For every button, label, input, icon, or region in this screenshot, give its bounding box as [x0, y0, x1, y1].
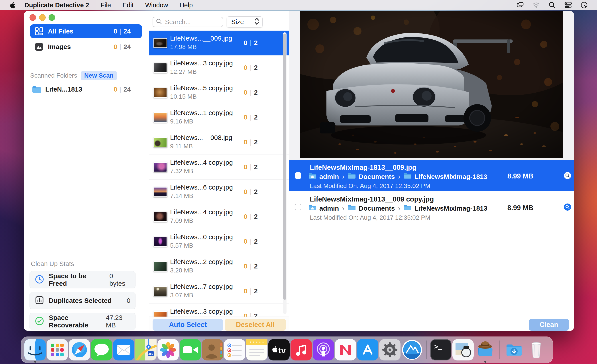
breadcrumb-segment: Documents	[359, 205, 395, 212]
file-size: 12.27 MB	[170, 68, 197, 75]
file-row[interactable]: LifeNews...0 copy.jpg5.57 MB0|2	[149, 229, 289, 254]
close-button[interactable]	[30, 14, 36, 21]
file-row[interactable]: LifeNews...__008.jpg9.11 MB0|2	[149, 130, 289, 155]
duplicate-detective-window: All Files0|24Images0|24 Scanned Folders …	[24, 11, 574, 331]
file-counts: 0|2	[244, 238, 258, 245]
wifi-icon[interactable]	[532, 1, 540, 9]
dock-contacts-icon[interactable]	[202, 339, 223, 360]
file-thumbnail	[153, 112, 167, 123]
clean-up-stats: Clean Up Stats Space to be Freed0 bytesD…	[30, 260, 135, 330]
control-center-icon[interactable]	[564, 1, 572, 9]
reveal-in-finder-icon[interactable]	[564, 172, 571, 179]
dock-system-preferences-icon[interactable]	[379, 339, 401, 360]
reveal-in-finder-icon[interactable]	[564, 203, 571, 211]
dock-preview-icon[interactable]	[452, 339, 474, 360]
search-field[interactable]	[153, 17, 223, 27]
dock-maps-icon[interactable]: 280	[135, 339, 157, 360]
dock-reminders-icon[interactable]	[224, 339, 245, 360]
search-icon[interactable]	[548, 1, 556, 9]
file-checkbox[interactable]	[295, 204, 301, 210]
dock-app-store-icon[interactable]	[357, 339, 378, 360]
file-row[interactable]: LifeNews...1 copy.jpg9.16 MB0|2	[149, 105, 289, 130]
stat-label: Space to be Freed	[49, 272, 105, 287]
menu-app-name[interactable]: Duplicate Detective 2	[24, 1, 89, 9]
file-counts: 0|2	[244, 138, 258, 146]
duplicate-file-size: 8.99 MB	[507, 204, 533, 212]
apple-menu-icon[interactable]	[10, 1, 16, 9]
dock-safari-icon[interactable]	[69, 339, 90, 360]
file-counts: 0|2	[244, 163, 258, 171]
sort-label: Size	[231, 18, 244, 26]
zoom-button[interactable]	[48, 14, 55, 21]
breadcrumb-folder-icon	[403, 172, 412, 181]
running-indicator	[484, 361, 486, 363]
minimize-button[interactable]	[39, 14, 46, 21]
dock-notes-icon[interactable]	[246, 339, 267, 360]
file-row[interactable]: LifeNews...4 copy.jpg7.32 MB0|2	[149, 155, 289, 179]
sidebar: All Files0|24Images0|24 Scanned Folders …	[24, 11, 149, 331]
menu-help[interactable]: Help	[180, 1, 193, 9]
file-name: LifeNews...4 copy.jpg	[170, 159, 233, 166]
chevron-updown-icon	[254, 17, 260, 28]
file-thumbnail	[153, 63, 167, 73]
dock-facetime-icon[interactable]	[180, 339, 201, 360]
dock-music-icon[interactable]	[291, 339, 312, 360]
dock-messages-icon[interactable]	[91, 339, 112, 360]
dock-terminal-icon[interactable]: >_	[430, 339, 452, 360]
file-thumbnail	[153, 162, 167, 172]
sidebar-item-all-files[interactable]: All Files0|24	[30, 24, 142, 38]
file-row[interactable]: LifeNews...4 copy.jpg7.09 MB0|2	[149, 204, 289, 229]
file-size: 3.07 MB	[170, 292, 193, 299]
windows-icon[interactable]	[516, 1, 524, 9]
dock-separator	[499, 341, 500, 359]
file-name: LifeNews...1 copy.jpg	[170, 109, 233, 116]
dock-podcasts-icon[interactable]	[313, 339, 334, 360]
file-row[interactable]: LifeNews...__009.jpg17.98 MB0|2	[149, 31, 289, 55]
duplicate-file-size: 8.99 MB	[507, 172, 533, 180]
dock-photos-icon[interactable]	[157, 339, 179, 360]
dock-tv-icon[interactable]: tv	[268, 339, 290, 360]
clock-icon[interactable]	[580, 1, 588, 9]
dock-trash-icon[interactable]	[526, 339, 547, 360]
last-modified-label: Last Modified On: Aug 4, 2017 12:35:02 P…	[310, 214, 430, 221]
file-counts: 0|2	[244, 89, 258, 96]
dock-downloads-icon[interactable]	[503, 339, 525, 360]
deselect-all-button[interactable]: Deselect All	[225, 319, 286, 331]
clean-up-stats-title: Clean Up Stats	[31, 260, 135, 268]
dock-app-cleaner-icon[interactable]	[401, 339, 423, 360]
sidebar-item-label: All Files	[48, 28, 73, 35]
bar-chart-icon	[35, 295, 44, 306]
file-name: LifeNews...4 copy.jpg	[170, 208, 233, 216]
dock-news-icon[interactable]	[335, 339, 356, 360]
list-footer: Auto Select Deselect All	[149, 317, 289, 331]
menu-window[interactable]: Window	[145, 1, 168, 9]
clean-button[interactable]: Clean	[529, 319, 569, 331]
new-scan-button[interactable]: New Scan	[81, 71, 117, 80]
sort-dropdown[interactable]: Size	[227, 16, 263, 28]
dock-mail-icon[interactable]	[113, 339, 134, 360]
menu-edit[interactable]: Edit	[122, 1, 134, 9]
file-row[interactable]: LifeNews...5 copy.jpg10.15 MB0|2	[149, 80, 289, 105]
file-row[interactable]: LifeNews...6 copy.jpg7.14 MB0|2	[149, 179, 289, 204]
menu-file[interactable]: File	[101, 1, 111, 9]
dock-launchpad-icon[interactable]	[47, 339, 68, 360]
file-row[interactable]: LifeNews...7 copy.jpg3.07 MB0|2	[149, 279, 289, 304]
duplicate-file-row[interactable]: LifeNewsMixImag-1813__009.jpgadmin›Docum…	[289, 160, 574, 191]
dock-finder-icon[interactable]	[24, 339, 46, 360]
file-counts: 0|2	[244, 263, 258, 270]
file-row[interactable]: LifeNews...2 copy.jpg3.20 MB0|2	[149, 254, 289, 279]
svg-text:tv: tv	[278, 346, 286, 355]
file-size: 3.20 MB	[170, 267, 193, 274]
breadcrumb-segment: LifeNewsMixImag-1813	[415, 173, 487, 180]
file-checkbox[interactable]	[295, 172, 301, 179]
sidebar-folder-item[interactable]: LifeN...18130|24	[30, 83, 142, 96]
duplicate-file-row[interactable]: LifeNewsMixImag-1813__009 copy.jpgadmin›…	[289, 191, 574, 223]
file-row[interactable]: LifeNews...3 copy.jpg0|2	[149, 304, 289, 317]
dock-duplicate-detective-icon[interactable]	[475, 339, 496, 360]
search-input[interactable]	[165, 18, 220, 26]
scrollbar-thumb[interactable]	[283, 34, 286, 300]
auto-select-button[interactable]: Auto Select	[153, 319, 223, 331]
file-row[interactable]: LifeNews...3 copy.jpg12.27 MB0|2	[149, 55, 289, 80]
breadcrumb-segment: Documents	[359, 173, 395, 180]
sidebar-item-images[interactable]: Images0|24	[30, 40, 142, 54]
